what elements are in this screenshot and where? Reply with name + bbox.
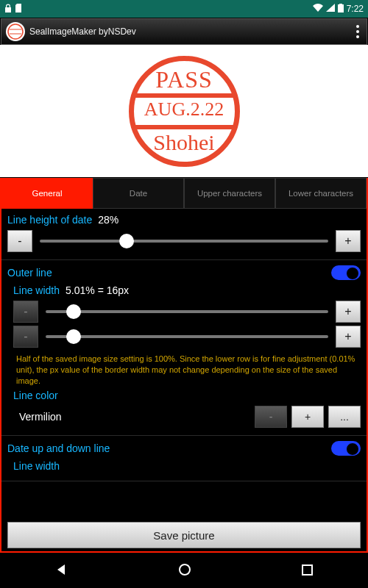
date-line-toggle[interactable] [331, 441, 361, 456]
outer-line-help-text: Half of the saved image size setting is … [13, 349, 361, 388]
tab-general[interactable]: General [1, 178, 93, 209]
date-height-value: 28% [98, 214, 118, 226]
color-prev-button[interactable]: - [255, 406, 287, 428]
outer-line-toggle[interactable] [331, 265, 361, 280]
date-height-label: Line height of date [7, 214, 92, 226]
seal-upper-text: PASS [127, 66, 241, 93]
outer-width-coarse-minus-button[interactable]: - [13, 301, 38, 323]
outer-line-width-value: 5.01% = 16px [66, 284, 129, 296]
clock-text: 7:22 [347, 4, 364, 14]
color-next-button[interactable]: + [291, 406, 324, 428]
wifi-icon [313, 4, 323, 14]
section-outer-line: Outer line Line width 5.01% = 16px - + -… [1, 260, 367, 436]
outer-width-fine-minus-button[interactable]: - [13, 326, 38, 348]
outer-width-coarse-slider[interactable] [46, 310, 328, 313]
color-more-button[interactable]: ... [328, 406, 361, 428]
overflow-menu-button[interactable] [353, 22, 362, 41]
app-bar: SealImageMaker byNSDev [1, 18, 367, 45]
save-picture-button[interactable]: Save picture [7, 522, 361, 548]
outer-line-label: Outer line [7, 267, 52, 279]
line-color-value: Vermilion [19, 411, 250, 423]
tab-upper[interactable]: Upper characters [184, 178, 275, 209]
seal-date-text: AUG.2.22 [127, 98, 241, 121]
seal-lower-text: Shohei [127, 130, 241, 155]
svg-rect-7 [302, 565, 312, 575]
date-line-label: Date up and down line [7, 442, 110, 454]
lock-icon [4, 4, 12, 15]
date-height-slider[interactable] [40, 240, 328, 243]
outer-width-fine-slider[interactable] [46, 335, 328, 338]
date-height-minus-button[interactable]: - [7, 230, 32, 252]
outer-line-width-label: Line width [13, 284, 60, 296]
section-date-line: Date up and down line Line width [1, 436, 367, 481]
battery-icon [338, 4, 344, 15]
recents-button[interactable] [302, 564, 313, 578]
sd-icon [15, 4, 22, 15]
settings-panel: General Date Upper characters Lower char… [0, 178, 368, 553]
svg-point-0 [8, 24, 23, 39]
signal-icon [326, 4, 335, 14]
outer-width-fine-plus-button[interactable]: + [336, 326, 361, 348]
seal-stamp: PASS AUG.2.22 Shohei [127, 54, 241, 168]
app-logo-icon [6, 22, 25, 41]
outer-width-coarse-plus-button[interactable]: + [336, 301, 361, 323]
date-height-plus-button[interactable]: + [336, 230, 361, 252]
seal-preview: PASS AUG.2.22 Shohei [0, 45, 368, 177]
android-nav-bar [0, 554, 368, 588]
back-button[interactable] [55, 563, 68, 579]
app-title: SealImageMaker byNSDev [29, 26, 136, 37]
section-date-height: Line height of date 28% - + [1, 209, 367, 260]
tab-date[interactable]: Date [93, 178, 184, 209]
home-button[interactable] [179, 564, 191, 578]
svg-point-6 [180, 564, 190, 575]
line-color-label: Line color [13, 390, 58, 401]
android-status-bar: 7:22 [0, 0, 368, 18]
tab-bar: General Date Upper characters Lower char… [1, 178, 367, 209]
tab-lower[interactable]: Lower characters [275, 178, 367, 209]
date-line-width-label: Line width [13, 460, 60, 472]
